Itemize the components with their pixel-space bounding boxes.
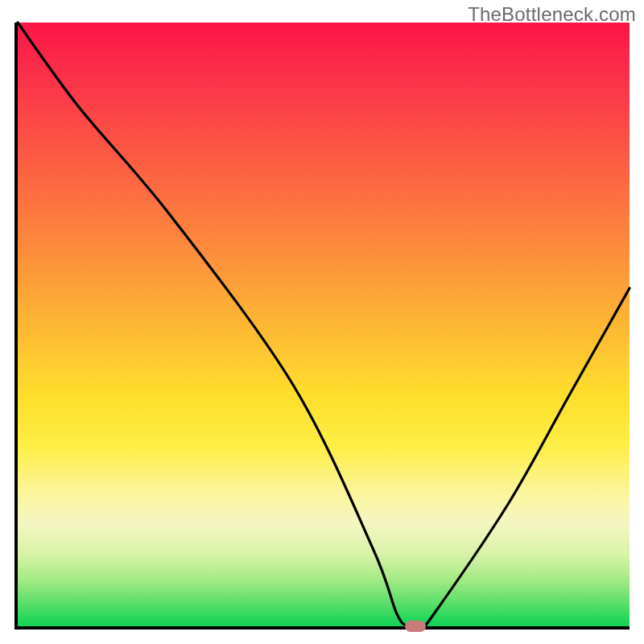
plot-area bbox=[14, 23, 630, 630]
bottleneck-chart: TheBottleneck.com bbox=[0, 0, 644, 644]
bottleneck-curve bbox=[18, 23, 630, 626]
optimal-point-marker bbox=[405, 621, 426, 632]
